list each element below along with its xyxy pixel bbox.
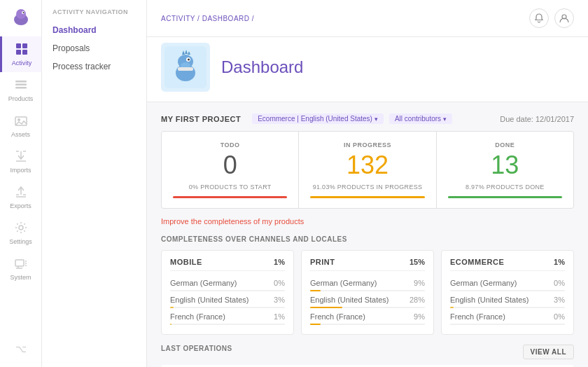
- sidebar-item-exports[interactable]: Exports: [0, 179, 41, 215]
- chevron-down-icon-2: ▾: [443, 116, 447, 123]
- channel-ecommerce-pct: 1%: [554, 258, 565, 266]
- channels-row: MOBILE 1% German (Germany) 0% English (U…: [161, 250, 574, 335]
- print-bar-1: [310, 290, 321, 291]
- svg-point-21: [19, 226, 23, 230]
- project-bar: MY FIRST PROJECT Ecommerce | English (Un…: [161, 113, 574, 124]
- assets-icon: [14, 113, 28, 130]
- products-icon: [14, 78, 28, 94]
- settings-icon: [14, 221, 28, 237]
- stat-done-bar: [448, 196, 562, 198]
- channel-card-mobile: MOBILE 1% German (Germany) 0% English (U…: [161, 250, 294, 335]
- nav-item-proposals[interactable]: Proposals: [42, 39, 146, 57]
- bottom-icon: ⌥: [15, 343, 27, 354]
- svg-point-12: [18, 118, 20, 121]
- sidebar-assets-label: Assets: [11, 131, 30, 138]
- print-locale-row-2: English (United States) 28%: [310, 293, 425, 306]
- exports-icon: [14, 185, 28, 201]
- print-locale-row-3: French (France) 9%: [310, 310, 425, 323]
- locale-bar-wrap-3: [170, 324, 285, 325]
- project-tag-channel[interactable]: Ecommerce | English (United States) ▾: [252, 113, 384, 124]
- svg-rect-35: [178, 67, 193, 71]
- main-header: ACTIVITY / DASHBOARD /: [147, 0, 588, 37]
- nav-item-process-tracker[interactable]: Process tracker: [42, 57, 146, 76]
- system-icon: [14, 256, 28, 272]
- stat-inprogress-number: 132: [346, 153, 388, 178]
- svg-rect-5: [22, 43, 27, 48]
- ecom-bar-2: [450, 307, 454, 308]
- print-bar-wrap-2: [310, 307, 425, 308]
- nav-panel-title: ACTIVITY NAVIGATION: [42, 8, 146, 21]
- locale-row-2: English (United States) 3%: [170, 293, 285, 306]
- stat-inprogress-bar: [310, 196, 424, 198]
- stat-todo-sublabel: 0% PRODUCTS TO START: [189, 184, 272, 191]
- notifications-button[interactable]: [529, 8, 549, 28]
- channel-header-ecommerce: ECOMMERCE 1%: [450, 258, 565, 271]
- svg-rect-4: [16, 43, 21, 48]
- stat-inprogress-label: IN PROGRESS: [344, 141, 391, 148]
- sidebar-item-system[interactable]: System: [0, 251, 41, 286]
- main-content: ACTIVITY / DASHBOARD /: [147, 0, 588, 367]
- svg-rect-9: [15, 84, 27, 86]
- channel-mobile-pct: 1%: [274, 258, 285, 266]
- sidebar-bottom: ⌥: [15, 338, 27, 367]
- sidebar-item-activity[interactable]: Activity: [0, 36, 41, 72]
- sidebar-item-bottom[interactable]: ⌥: [15, 338, 27, 360]
- print-bar-3: [310, 324, 321, 325]
- breadcrumb: ACTIVITY / DASHBOARD /: [161, 15, 254, 22]
- stat-inprogress-sublabel: 91.03% PRODUCTS IN PROGRESS: [313, 184, 423, 191]
- stat-todo-number: 0: [223, 153, 237, 178]
- stat-todo-bar: [173, 196, 287, 198]
- channel-card-print: PRINT 15% German (Germany) 9% English (U…: [301, 250, 434, 335]
- print-bar-2: [310, 307, 342, 308]
- page-title-section: Dashboard: [147, 37, 588, 102]
- sidebar-settings-label: Settings: [9, 238, 32, 245]
- sidebar-activity-label: Activity: [12, 60, 32, 67]
- channel-header-print: PRINT 15%: [310, 258, 425, 271]
- sidebar-item-assets[interactable]: Assets: [0, 108, 41, 144]
- print-locale-row-1: German (Germany) 9%: [310, 277, 425, 289]
- stat-card-todo: TODO 0 0% PRODUCTS TO START: [162, 132, 298, 208]
- locale-bar-wrap-2: [170, 307, 285, 308]
- channel-card-ecommerce: ECOMMERCE 1% German (Germany) 0% English…: [441, 250, 574, 335]
- user-profile-button[interactable]: [554, 8, 574, 28]
- nav-item-dashboard[interactable]: Dashboard: [42, 21, 146, 39]
- sidebar-exports-label: Exports: [10, 202, 31, 209]
- channel-print-name: PRINT: [310, 258, 335, 266]
- svg-rect-7: [22, 50, 27, 55]
- ops-title: LAST OPERATIONS: [161, 345, 232, 352]
- sidebar-item-imports[interactable]: Imports: [0, 144, 41, 179]
- ecom-locale-row-3: French (France) 0%: [450, 310, 565, 323]
- channel-print-pct: 15%: [410, 258, 425, 266]
- app-logo: [10, 7, 32, 29]
- project-name: MY FIRST PROJECT: [161, 115, 241, 123]
- print-bar-wrap-3: [310, 324, 425, 325]
- view-all-button[interactable]: VIEW ALL: [523, 345, 574, 359]
- svg-point-3: [22, 12, 24, 13]
- dino-avatar: [161, 43, 210, 92]
- ecom-locale-row-2: English (United States) 3%: [450, 293, 565, 306]
- locale-row: German (Germany) 0%: [170, 277, 285, 289]
- svg-rect-6: [16, 50, 21, 55]
- sidebar: Activity Products Assets: [0, 0, 42, 367]
- stat-todo-label: TODO: [220, 141, 240, 148]
- locale-bar-wrap: [170, 290, 285, 291]
- print-bar-wrap-1: [310, 290, 425, 291]
- content-area: MY FIRST PROJECT Ecommerce | English (Un…: [147, 102, 588, 367]
- activity-icon: [15, 42, 29, 58]
- svg-point-1: [16, 9, 26, 19]
- stat-card-done: DONE 13 8.97% PRODUCTS DONE: [437, 132, 573, 208]
- locale-bar-3: [170, 324, 172, 325]
- sidebar-products-label: Products: [8, 95, 34, 102]
- header-icons: [529, 8, 574, 28]
- svg-point-34: [188, 59, 190, 61]
- page-title: Dashboard: [221, 57, 303, 77]
- project-tag-contributors[interactable]: All contributors ▾: [389, 113, 452, 124]
- sidebar-item-products[interactable]: Products: [0, 72, 41, 108]
- svg-rect-22: [15, 260, 24, 266]
- svg-rect-8: [15, 81, 27, 83]
- sidebar-item-settings[interactable]: Settings: [0, 215, 41, 251]
- stats-row: TODO 0 0% PRODUCTS TO START IN PROGRESS …: [161, 131, 574, 209]
- stat-done-label: DONE: [495, 141, 514, 148]
- stat-done-number: 13: [491, 153, 519, 178]
- due-date: Due date: 12/01/2017: [500, 115, 574, 123]
